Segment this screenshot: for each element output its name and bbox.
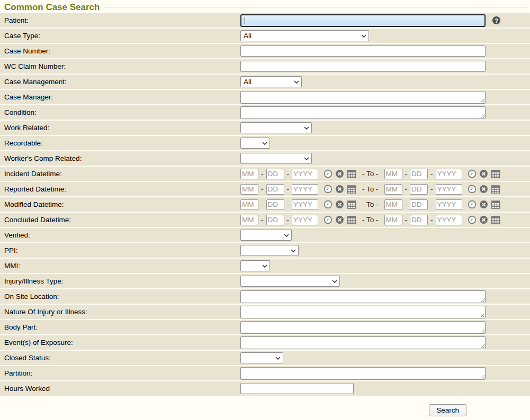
incident-from-month-input[interactable] bbox=[240, 169, 258, 179]
calendar-icon[interactable] bbox=[347, 200, 356, 209]
incident-to-day-input[interactable] bbox=[410, 169, 428, 179]
incident-from-day-input[interactable] bbox=[266, 169, 284, 179]
concluded-from-day-input[interactable] bbox=[266, 215, 284, 225]
concluded-to-day-input[interactable] bbox=[410, 215, 428, 225]
modified-to-month-input[interactable] bbox=[384, 199, 402, 210]
date-dash: - bbox=[405, 200, 408, 208]
nature-of-injury-textarea[interactable] bbox=[240, 306, 486, 318]
form-row: Work Related: bbox=[0, 121, 530, 135]
select-value: All bbox=[244, 32, 251, 40]
case-type-select[interactable]: All bbox=[240, 30, 369, 41]
calendar-icon[interactable] bbox=[491, 169, 500, 178]
modified-from-month-input[interactable] bbox=[240, 199, 258, 210]
date-dash: - bbox=[261, 185, 264, 193]
field-label: Hours Worked bbox=[0, 385, 240, 392]
case-management-select[interactable]: All bbox=[240, 76, 302, 87]
calendar-icon[interactable] bbox=[347, 215, 356, 224]
form-row: PPI: bbox=[0, 243, 530, 258]
field-label: Incident Datetime: bbox=[0, 170, 240, 178]
reported-from-month-input[interactable] bbox=[240, 184, 258, 195]
clear-date-icon[interactable] bbox=[479, 185, 488, 194]
form-row: Incident Datetime: - - - To - - - bbox=[0, 167, 530, 181]
case-number-input[interactable] bbox=[240, 45, 486, 57]
reported-to-day-input[interactable] bbox=[410, 184, 428, 195]
field-label: MMI: bbox=[0, 262, 240, 270]
modified-from-day-input[interactable] bbox=[266, 199, 284, 210]
workers-comp-related-select[interactable] bbox=[240, 153, 312, 164]
modified-to-day-input[interactable] bbox=[410, 199, 428, 210]
calendar-icon[interactable] bbox=[491, 215, 500, 224]
partition-textarea[interactable] bbox=[240, 367, 486, 380]
date-dash: - bbox=[287, 200, 290, 208]
field-label: Body Part: bbox=[0, 323, 240, 331]
chevron-down-icon bbox=[284, 234, 289, 237]
clear-date-icon[interactable] bbox=[335, 200, 344, 209]
verified-select[interactable] bbox=[240, 230, 292, 241]
reported-from-day-input[interactable] bbox=[266, 184, 284, 195]
help-icon[interactable]: ? bbox=[492, 16, 500, 24]
to-label: - To - bbox=[362, 200, 379, 208]
clear-date-icon[interactable] bbox=[335, 215, 344, 224]
concluded-from-year-input[interactable] bbox=[292, 215, 318, 225]
closed-status-select[interactable] bbox=[240, 352, 283, 363]
clear-date-icon[interactable] bbox=[479, 169, 488, 178]
reported-to-month-input[interactable] bbox=[384, 184, 402, 195]
body-part-textarea[interactable] bbox=[240, 321, 486, 334]
field-label: Case Number: bbox=[0, 47, 240, 55]
time-picker-icon[interactable] bbox=[468, 200, 477, 209]
date-dash: - bbox=[261, 216, 264, 224]
case-manager-textarea[interactable] bbox=[240, 91, 486, 104]
modified-from-year-input[interactable] bbox=[292, 199, 318, 210]
form-row: Case Number: bbox=[0, 44, 530, 58]
time-picker-icon[interactable] bbox=[324, 200, 333, 209]
form-actions: Search bbox=[0, 404, 530, 416]
incident-to-month-input[interactable] bbox=[384, 169, 402, 179]
recordable-select[interactable] bbox=[240, 138, 270, 149]
modified-to-year-input[interactable] bbox=[436, 199, 462, 210]
condition-textarea[interactable] bbox=[240, 106, 486, 119]
concluded-to-year-input[interactable] bbox=[436, 215, 462, 225]
reported-to-year-input[interactable] bbox=[436, 184, 462, 195]
incident-from-year-input[interactable] bbox=[292, 169, 318, 179]
calendar-icon[interactable] bbox=[491, 200, 500, 209]
date-dash: - bbox=[261, 170, 264, 178]
concluded-to-month-input[interactable] bbox=[384, 215, 402, 225]
calendar-icon[interactable] bbox=[347, 169, 356, 178]
hours-worked-input[interactable] bbox=[240, 383, 354, 394]
concluded-from-month-input[interactable] bbox=[240, 215, 258, 225]
mmi-select[interactable] bbox=[240, 260, 270, 271]
patient-input[interactable] bbox=[240, 14, 486, 27]
events-of-exposure-textarea[interactable] bbox=[240, 336, 486, 349]
chevron-down-icon bbox=[361, 34, 366, 38]
time-picker-icon[interactable] bbox=[324, 185, 333, 194]
clear-date-icon[interactable] bbox=[479, 200, 488, 209]
calendar-icon[interactable] bbox=[347, 185, 356, 194]
work-related-select[interactable] bbox=[240, 122, 312, 133]
form-row: On Site Location: bbox=[0, 289, 530, 304]
ppi-select[interactable] bbox=[240, 245, 299, 256]
reported-from-year-input[interactable] bbox=[292, 184, 318, 195]
field-label: Reported Datetime: bbox=[0, 185, 240, 193]
incident-to-year-input[interactable] bbox=[436, 169, 462, 179]
field-label: Verified: bbox=[0, 231, 240, 239]
search-button[interactable]: Search bbox=[429, 404, 466, 416]
date-dash: - bbox=[287, 185, 290, 193]
clear-date-icon[interactable] bbox=[335, 185, 344, 194]
clear-date-icon[interactable] bbox=[479, 215, 488, 224]
clear-date-icon[interactable] bbox=[335, 169, 344, 178]
chevron-down-icon bbox=[304, 126, 309, 130]
field-label: Patient: bbox=[0, 16, 240, 24]
time-picker-icon[interactable] bbox=[468, 185, 477, 194]
time-picker-icon[interactable] bbox=[324, 169, 333, 178]
time-picker-icon[interactable] bbox=[468, 169, 477, 178]
time-picker-icon[interactable] bbox=[468, 215, 477, 224]
chevron-down-icon bbox=[294, 80, 299, 84]
field-label: Injury/Illness Type: bbox=[0, 277, 240, 285]
calendar-icon[interactable] bbox=[491, 185, 500, 194]
on-site-location-textarea[interactable] bbox=[240, 290, 486, 303]
field-label: On Site Location: bbox=[0, 293, 240, 300]
time-picker-icon[interactable] bbox=[324, 215, 333, 224]
injury-illness-type-select[interactable] bbox=[240, 276, 340, 287]
wc-claim-number-input[interactable] bbox=[240, 61, 486, 72]
form-row: Body Part: bbox=[0, 320, 530, 334]
